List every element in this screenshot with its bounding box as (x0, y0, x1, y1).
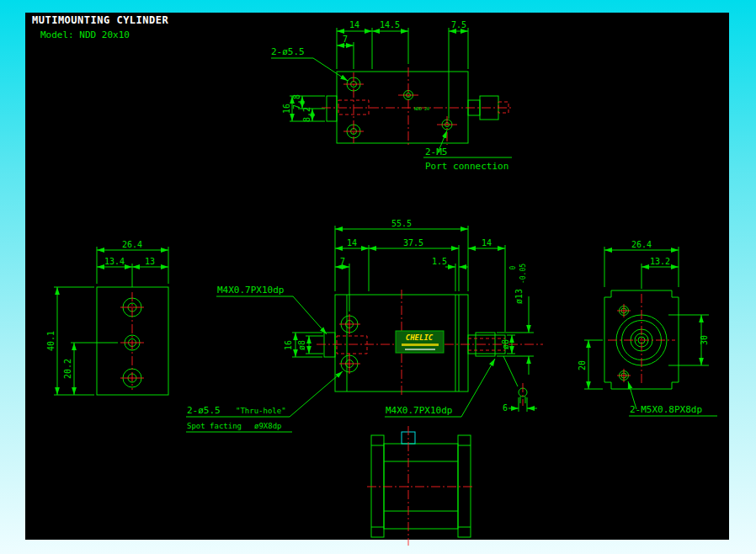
dim-7-5: 7.5 (451, 20, 466, 29)
dim-14-front-right: 14 (482, 238, 492, 248)
label-thread-top: M4X0.7PX10dp (217, 285, 284, 296)
dim-16: 16 (282, 104, 291, 114)
dim-40-1: 40.1 (46, 331, 56, 351)
label-top-holes: 2-ø5.5 (271, 46, 305, 57)
label-thread-bottom: M4X0.7PX10dp (386, 405, 452, 416)
dim-20: 20 (578, 360, 587, 370)
dim-d8-left: ø8 (297, 340, 306, 350)
dim-d13-tol-lower: -0.05 (519, 264, 527, 284)
brand-logo-text: CHELIC (406, 333, 434, 342)
dim-26-4-right: 26.4 (631, 240, 652, 249)
brand-line-1 (402, 344, 439, 346)
dim-d13-tol-upper: 0 (509, 265, 517, 269)
label-port-desc: Port connection (425, 161, 508, 172)
label-spot-facing: Spot facting (187, 422, 242, 430)
cad-window: MUTIMOUNTING CYLINDER Model: NDD 20x10 N… (0, 0, 756, 554)
drawing-area (25, 13, 729, 540)
dim-7: 7 (343, 35, 348, 44)
label-spot-size: ø9X8dp (254, 422, 282, 430)
label-port: 2-M5 (425, 146, 448, 157)
dim-14: 14 (349, 20, 359, 29)
dim-30: 30 (700, 335, 709, 345)
dim-7-front: 7 (340, 257, 345, 266)
dim-13: 13 (145, 257, 155, 266)
dim-8-2: 8.2 (302, 107, 311, 122)
label-thru-hole: 2-ø5.5 (187, 405, 221, 416)
dim-16-front: 16 (284, 340, 293, 350)
dim-37-5: 37.5 (403, 238, 423, 248)
dim-1-5: 1.5 (432, 257, 447, 266)
dim-13-2: 13.2 (650, 257, 670, 266)
part-marking: NDD 20 (414, 106, 429, 111)
dim-d8-right: ø8 (501, 339, 510, 349)
dim-20-2: 20.2 (63, 359, 72, 379)
brand-line-2 (405, 349, 435, 350)
dim-6: 6 (503, 403, 508, 413)
drawing-canvas[interactable]: MUTIMOUNTING CYLINDER Model: NDD 20x10 N… (0, 0, 756, 554)
dim-7-8: 7.8 (292, 94, 301, 109)
drawing-title: MUTIMOUNTING CYLINDER (32, 14, 168, 26)
dim-d13: ø13 (514, 289, 524, 304)
model-label: Model: NDD 20x10 (40, 29, 130, 40)
dim-13-4: 13.4 (104, 257, 125, 266)
dim-14-front-left: 14 (347, 238, 357, 248)
label-thru-hole-2: "Thru-hole" (236, 407, 286, 415)
label-m5-thread: 2-M5X0.8PX8dp (630, 404, 702, 415)
dim-14-5: 14.5 (380, 20, 400, 29)
dim-55-5: 55.5 (391, 219, 412, 228)
dim-26-4-left: 26.4 (122, 240, 142, 249)
